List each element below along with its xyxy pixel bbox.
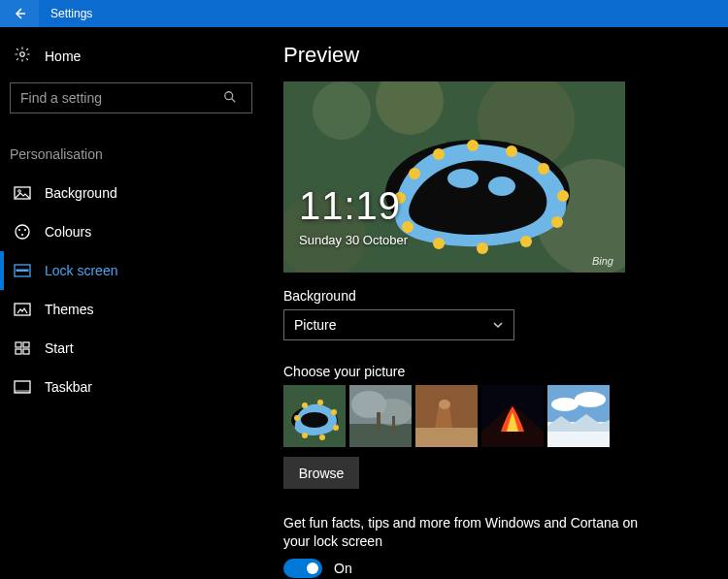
svg-point-30 — [506, 145, 517, 157]
category-label: Personalisation — [10, 146, 254, 162]
picture-thumb-5[interactable] — [547, 385, 610, 447]
svg-point-47 — [302, 433, 308, 438]
svg-point-32 — [557, 190, 569, 202]
svg-point-24 — [447, 169, 479, 188]
nav-taskbar[interactable]: Taskbar — [10, 368, 254, 406]
svg-point-4 — [16, 225, 29, 239]
svg-point-45 — [333, 425, 339, 431]
themes-icon — [14, 303, 31, 316]
svg-rect-53 — [392, 416, 395, 432]
svg-rect-13 — [16, 349, 21, 354]
nav-label: Start — [45, 340, 74, 356]
svg-point-6 — [24, 229, 26, 231]
dropdown-value: Picture — [294, 317, 337, 333]
fun-facts-label: Get fun facts, tips and more from Window… — [283, 514, 662, 551]
svg-rect-14 — [23, 349, 29, 354]
search-input[interactable] — [10, 82, 252, 113]
preview-date: Sunday 30 October — [299, 233, 408, 247]
svg-rect-9 — [17, 270, 28, 272]
svg-point-28 — [433, 148, 445, 160]
svg-point-3 — [18, 190, 21, 193]
toggle-state: On — [334, 561, 352, 576]
back-arrow-icon — [12, 6, 27, 21]
fun-facts-toggle[interactable] — [283, 559, 322, 578]
lock-screen-preview: 11:19 Sunday 30 October Bing — [283, 81, 625, 273]
choose-picture-label: Choose your picture — [283, 364, 728, 379]
nav-label: Background — [45, 185, 117, 201]
lock-screen-icon — [14, 264, 31, 277]
svg-point-25 — [488, 177, 515, 196]
svg-rect-10 — [15, 304, 30, 315]
svg-point-0 — [20, 52, 25, 57]
svg-point-33 — [551, 216, 563, 228]
nav-label: Colours — [45, 224, 91, 240]
image-source: Bing — [592, 255, 613, 267]
page-title: Preview — [283, 43, 728, 68]
svg-point-46 — [319, 434, 325, 440]
svg-point-40 — [301, 412, 328, 428]
nav-label: Lock screen — [45, 263, 117, 278]
chevron-down-icon — [492, 319, 504, 331]
nav-lock-screen[interactable]: Lock screen — [10, 251, 254, 290]
home-label: Home — [45, 48, 81, 64]
nav-start[interactable]: Start — [10, 329, 254, 368]
svg-rect-16 — [15, 390, 30, 393]
picture-thumb-3[interactable] — [415, 385, 478, 447]
svg-point-36 — [433, 238, 445, 249]
picture-thumb-1[interactable] — [283, 385, 346, 447]
palette-icon — [14, 223, 31, 241]
svg-point-31 — [538, 163, 549, 175]
svg-point-41 — [294, 415, 300, 421]
nav-background[interactable]: Background — [10, 174, 254, 212]
nav-label: Taskbar — [45, 379, 92, 395]
background-dropdown[interactable]: Picture — [283, 309, 514, 340]
gear-icon — [14, 46, 31, 67]
svg-point-44 — [331, 409, 337, 415]
svg-point-7 — [21, 234, 23, 236]
nav-label: Themes — [45, 302, 94, 317]
svg-rect-12 — [23, 342, 29, 347]
svg-point-37 — [402, 221, 414, 233]
taskbar-icon — [14, 380, 31, 394]
picture-thumb-4[interactable] — [481, 385, 544, 447]
preview-time: 11:19 — [299, 184, 401, 228]
svg-point-27 — [409, 168, 420, 179]
nav-themes[interactable]: Themes — [10, 290, 254, 329]
svg-rect-55 — [415, 428, 478, 447]
svg-point-35 — [477, 242, 488, 254]
svg-point-61 — [575, 392, 606, 407]
background-label: Background — [283, 288, 728, 304]
home-link[interactable]: Home — [10, 40, 254, 77]
start-icon — [14, 341, 31, 355]
window-title: Settings — [39, 7, 92, 20]
browse-button[interactable]: Browse — [283, 457, 359, 489]
svg-rect-11 — [16, 342, 21, 347]
svg-point-60 — [551, 398, 579, 411]
svg-point-29 — [467, 140, 479, 151]
svg-point-34 — [520, 236, 532, 247]
svg-point-18 — [313, 81, 371, 140]
picture-icon — [14, 186, 31, 200]
svg-point-43 — [317, 400, 323, 405]
svg-point-5 — [18, 229, 20, 231]
svg-rect-52 — [377, 412, 381, 432]
picture-thumb-2[interactable] — [349, 385, 412, 447]
svg-point-56 — [439, 400, 450, 409]
svg-point-42 — [302, 402, 308, 408]
back-button[interactable] — [0, 0, 39, 27]
nav-colours[interactable]: Colours — [10, 212, 254, 251]
